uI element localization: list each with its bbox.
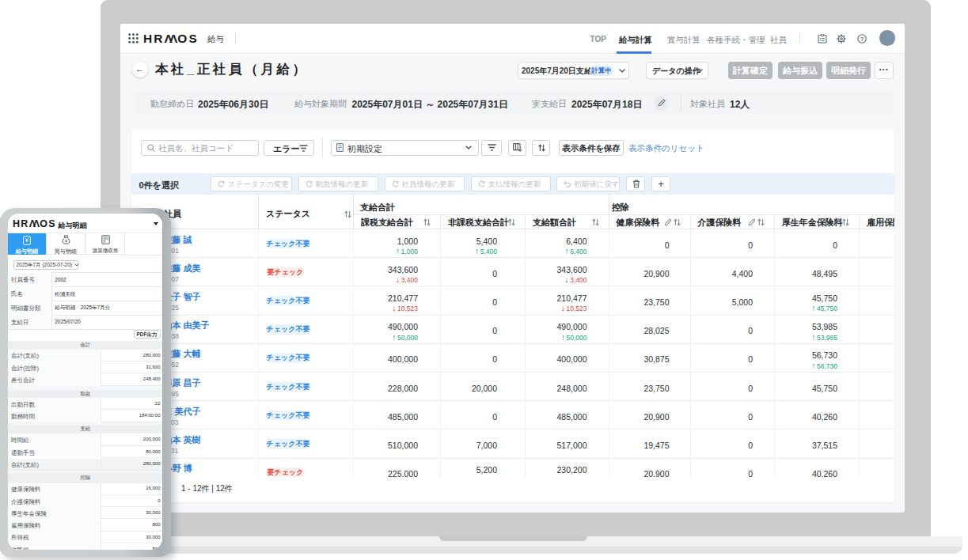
- svg-text:?: ?: [860, 36, 864, 43]
